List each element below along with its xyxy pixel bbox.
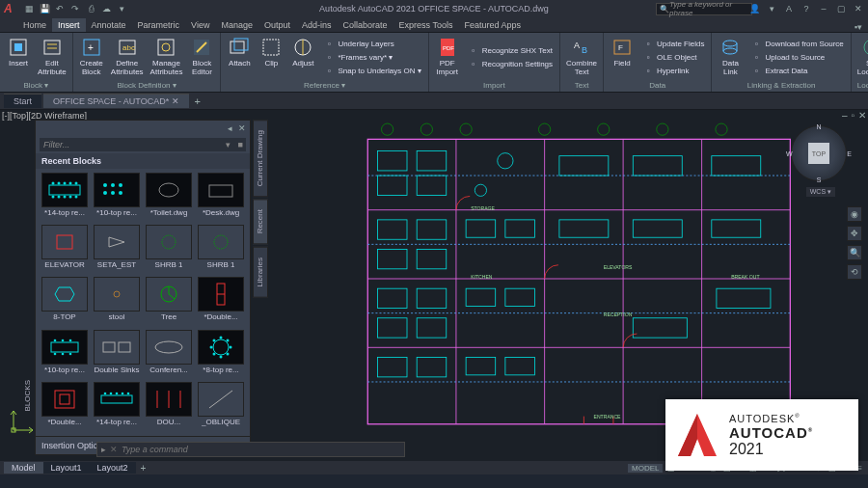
ribbon-tab-add-ins[interactable]: Add-ins <box>296 18 338 32</box>
palette-tab-recent[interactable]: Recent <box>253 199 268 244</box>
viewport-max-icon[interactable]: ▫ <box>851 110 854 121</box>
palette-close-icon[interactable]: ✕ <box>238 123 246 133</box>
app-logo[interactable]: A <box>4 2 19 15</box>
qat-redo-icon[interactable]: ↷ <box>69 3 81 14</box>
new-layout-button[interactable]: + <box>136 462 151 474</box>
view-cube-west[interactable]: W <box>786 150 793 157</box>
ribbon-tab-collaborate[interactable]: Collaborate <box>338 18 393 32</box>
insert-button[interactable]: Insert <box>3 35 34 80</box>
clip-button[interactable]: Clip <box>256 35 286 80</box>
floorplan-canvas[interactable]: STORAGE KITCHEN ELEVATORS RECEPTION BREA… <box>280 122 849 436</box>
new-file-tab-button[interactable]: + <box>191 95 204 107</box>
ribbon-tab-view[interactable]: View <box>185 18 215 32</box>
block-item[interactable]: SETA_EST <box>92 225 142 275</box>
block-item[interactable]: Conferen... <box>144 330 194 380</box>
ribbon-group-caption[interactable]: Reference ▾ <box>224 80 424 90</box>
file-tab[interactable]: OFFICE SPACE - AUTOCAD* ✕ <box>43 94 189 108</box>
ribbon-tab-insert[interactable]: Insert <box>52 18 86 32</box>
palette-tab-libraries[interactable]: Libraries <box>253 247 268 298</box>
block-item[interactable]: *14-top re... <box>92 382 142 432</box>
attach-button[interactable]: Attach <box>224 35 255 80</box>
ribbon-tab-manage[interactable]: Manage <box>215 18 258 32</box>
block-item[interactable]: 8-TOP <box>40 277 90 327</box>
ribbon-group-caption[interactable]: Text <box>563 80 600 90</box>
ribbon-tab-featured-apps[interactable]: Featured Apps <box>458 18 527 32</box>
palette-tab-current-drawing[interactable]: Current Drawing <box>253 120 268 197</box>
wcs-dropdown[interactable]: WCS ▾ <box>806 187 835 197</box>
block-item[interactable]: Double Sinks <box>92 330 142 380</box>
-frames-vary--button[interactable]: ▫*Frames vary* ▾ <box>321 51 422 65</box>
ole-object-button[interactable]: ▫OLE Object <box>640 51 706 65</box>
nav-orbit-icon[interactable]: ⟲ <box>847 264 862 280</box>
signin-icon[interactable]: 👤 <box>748 3 760 14</box>
status-model-button[interactable]: MODEL <box>628 464 663 473</box>
command-line[interactable]: ▸ ✕ Type a command <box>96 442 405 457</box>
block-item[interactable]: SHRB 1 <box>196 225 246 275</box>
close-icon[interactable]: ✕ <box>853 3 864 14</box>
block-item[interactable]: *10-top re... <box>40 330 90 380</box>
update-fields-button[interactable]: ▫Update Fields <box>640 38 706 51</box>
palette-filter-input[interactable]: Filter... ▾ ■ <box>40 138 246 151</box>
qat-save-icon[interactable]: 💾 <box>39 3 50 14</box>
nav-wheel-icon[interactable]: ◉ <box>847 206 862 222</box>
qat-open-icon[interactable]: ▦ <box>23 3 35 14</box>
adjust-button[interactable]: Adjust <box>287 35 318 80</box>
view-cube[interactable]: TOP N S E W <box>791 125 847 181</box>
view-cube-south[interactable]: S <box>817 176 822 183</box>
block-item[interactable]: *Double... <box>40 382 90 432</box>
ribbon-group-caption[interactable]: Block ▾ <box>3 80 69 90</box>
nav-zoom-icon[interactable]: 🔍 <box>847 245 862 260</box>
layout-tab-layout1[interactable]: Layout1 <box>43 462 90 474</box>
filter-dropdown-icon[interactable]: ▾ <box>226 140 231 149</box>
block-item[interactable]: *Double... <box>196 277 246 327</box>
app-store-icon[interactable]: A <box>783 3 795 14</box>
ribbon-group-caption[interactable]: Block Definition ▾ <box>76 80 218 90</box>
ribbon-options-icon[interactable]: ▪▾ <box>854 22 868 32</box>
combine-text-button[interactable]: ABCombineText <box>563 35 600 80</box>
recognize-shx-text-button[interactable]: ▫Recognize SHX Text <box>466 44 555 58</box>
block-item[interactable]: *Desk.dwg <box>196 173 246 223</box>
ribbon-tab-annotate[interactable]: Annotate <box>86 18 132 32</box>
ribbon-tab-express-tools[interactable]: Express Tools <box>393 18 459 32</box>
underlay-layers-button[interactable]: ▫Underlay Layers <box>321 38 422 51</box>
download-from-source-button[interactable]: ▫Download from Source <box>748 38 845 51</box>
edit-attribute-button[interactable]: EditAttribute <box>35 35 69 80</box>
filter-clear-icon[interactable]: ■ <box>238 140 243 149</box>
block-item[interactable]: DOU... <box>144 382 194 432</box>
layout-tab-layout2[interactable]: Layout2 <box>90 462 136 474</box>
block-item[interactable]: Tree <box>144 277 194 327</box>
viewport-min-icon[interactable]: – <box>842 110 848 121</box>
nav-pan-icon[interactable]: ✥ <box>847 226 862 241</box>
signin-dd[interactable]: ▾ <box>766 3 777 14</box>
create-block-button[interactable]: +CreateBlock <box>76 35 107 80</box>
ribbon-tab-home[interactable]: Home <box>17 18 52 32</box>
ribbon-tab-parametric[interactable]: Parametric <box>132 18 186 32</box>
snap-to-underlays-on--button[interactable]: ▫Snap to Underlays ON ▾ <box>321 65 422 78</box>
palette-back-icon[interactable]: ◂ <box>228 123 232 133</box>
qat-undo-icon[interactable]: ↶ <box>54 3 66 14</box>
block-item[interactable]: *8-top re... <box>196 330 246 380</box>
ribbon-group-caption[interactable]: Linking & Extraction <box>715 80 847 90</box>
field-button[interactable]: FField <box>607 35 637 80</box>
block-item[interactable]: stool <box>92 277 142 327</box>
minimize-icon[interactable]: – <box>818 3 829 14</box>
ucs-icon[interactable] <box>10 405 39 434</box>
block-item[interactable]: *10-top re... <box>92 173 142 223</box>
set-location-button[interactable]: SetLocation <box>854 35 868 80</box>
block-item[interactable]: ELEVATOR <box>40 225 90 275</box>
hyperlink-button[interactable]: ▫Hyperlink <box>640 65 706 78</box>
file-tab[interactable]: Start <box>4 94 41 108</box>
extract-data-button[interactable]: ▫Extract Data <box>748 65 845 78</box>
manage-attributes-button[interactable]: ManageAttributes <box>148 35 186 80</box>
ribbon-group-caption[interactable]: Import <box>432 80 556 90</box>
block-item[interactable]: *14-top re... <box>40 173 90 223</box>
block-item[interactable]: _OBLIQUE <box>196 382 246 432</box>
data-link-button[interactable]: DataLink <box>715 35 746 80</box>
view-cube-north[interactable]: N <box>816 123 821 130</box>
qat-print-icon[interactable]: ⎙ <box>85 3 96 14</box>
qat-share-icon[interactable]: ☁ <box>100 3 112 14</box>
recognition-settings-button[interactable]: ▫Recognition Settings <box>466 58 555 71</box>
help-icon[interactable]: ? <box>800 3 812 14</box>
view-cube-face[interactable]: TOP <box>808 143 829 164</box>
qat-dropdown-icon[interactable]: ▾ <box>116 3 127 14</box>
